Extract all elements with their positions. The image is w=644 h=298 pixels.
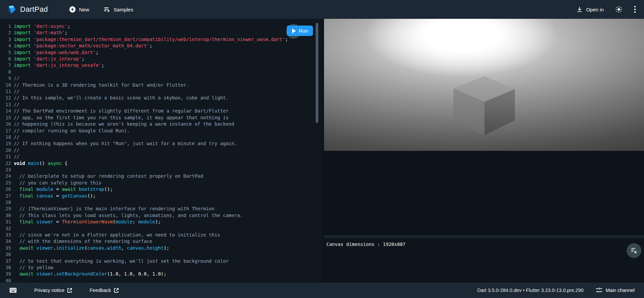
code-line: 27 final canvas = getCanvas();: [0, 193, 323, 199]
line-number: 35: [0, 245, 11, 251]
console-output: Canvas dimensions : 644x298: [324, 238, 644, 247]
privacy-notice-label: Privacy notice: [34, 288, 64, 293]
channel-label: Main channel: [606, 288, 635, 293]
clear-console-button[interactable]: [627, 243, 641, 258]
code-line: 35 await viewer.initialize(canvas.width,…: [0, 245, 323, 251]
new-button[interactable]: New: [69, 6, 89, 13]
feedback-label: Feedback: [90, 288, 111, 293]
code-line: 7import 'dart:js_interop_unsafe';: [0, 62, 323, 69]
code-line: 4import 'package:vector_math/vector_math…: [0, 43, 323, 49]
code-line: 2import 'dart:math';: [0, 30, 323, 36]
clear-console-icon: [631, 248, 637, 254]
code-line: 13//: [0, 101, 323, 108]
app-header: DartPad New Samples Open in: [0, 0, 644, 19]
line-number: 38: [0, 264, 11, 271]
line-number: 23: [0, 167, 11, 173]
code-line: 21//: [0, 154, 323, 160]
app-title: DartPad: [20, 5, 48, 14]
keyboard-icon: [9, 288, 17, 293]
code-line: 32: [0, 225, 323, 232]
code-line: 39 await viewer.setBackgroundColor(1.0, …: [0, 271, 323, 277]
code-line: 18//: [0, 134, 323, 140]
line-number: 28: [0, 199, 11, 206]
line-number: 19: [0, 140, 11, 147]
line-number: 27: [0, 193, 11, 199]
keyboard-shortcuts-button[interactable]: [9, 288, 17, 293]
code-line: 23: [0, 167, 323, 173]
code-line: 38 // to yellow: [0, 264, 323, 271]
code-line: 11//: [0, 88, 323, 95]
line-number: 32: [0, 225, 11, 232]
run-button-label: Run: [299, 28, 308, 34]
theme-toggle-button[interactable]: [615, 6, 623, 13]
line-number: 9: [0, 75, 11, 82]
code-line: 26 final module = await bootstrap();: [0, 186, 323, 193]
code-line: 8: [0, 69, 323, 75]
code-line: 19// If nothing happens when you hit "Ru…: [0, 140, 323, 147]
line-number: 14: [0, 108, 11, 114]
code-line: 34 // with the dimensions of the renderi…: [0, 238, 323, 245]
code-editor-pane[interactable]: 1import 'dart:async';2import 'dart:math'…: [0, 19, 323, 283]
run-button[interactable]: Run: [287, 26, 313, 36]
kebab-menu-icon: [634, 6, 636, 13]
line-number: 29: [0, 206, 11, 212]
line-number: 10: [0, 82, 11, 88]
overflow-menu-button[interactable]: [634, 6, 636, 13]
code-line: 5import 'package:web/web.dart';: [0, 49, 323, 56]
code-line: 24 // boilerplate to setup our rendering…: [0, 173, 323, 179]
channel-selector-button[interactable]: Main channel: [596, 287, 635, 293]
line-number: 40: [0, 278, 11, 283]
line-number: 12: [0, 95, 11, 101]
code-line: 12// In this sample, we'll create a basi…: [0, 95, 323, 101]
output-console-divider: [324, 235, 644, 238]
code-line: 3import 'package:thermion_dart/thermion_…: [0, 36, 323, 43]
code-line: 33 // since we're not in a Flutter appli…: [0, 232, 323, 238]
code-line: 20//: [0, 147, 323, 154]
code-line: 6import 'dart:js_interop';: [0, 56, 323, 62]
line-number: 11: [0, 88, 11, 95]
sdk-version-text: Dart 3.5.0-284.0.dev • Flutter 3.23.0-13…: [477, 288, 584, 293]
new-button-label: New: [79, 7, 89, 12]
code-line: 29 // [ThermionViewer] is the main inter…: [0, 206, 323, 212]
playlist-add-icon: [103, 6, 111, 13]
line-number: 26: [0, 186, 11, 193]
feedback-link[interactable]: Feedback: [90, 288, 119, 293]
line-number: 18: [0, 134, 11, 140]
code-line: 10// Thermion is a 3D rendering toolkit …: [0, 82, 323, 88]
line-number: 5: [0, 49, 11, 56]
line-number: 13: [0, 101, 11, 108]
code-line: 31 final viewer = ThermionViewerWasm(mod…: [0, 219, 323, 225]
open-in-new-icon: [114, 288, 119, 293]
samples-button[interactable]: Samples: [103, 6, 133, 13]
line-number: 36: [0, 251, 11, 258]
code-line: 40: [0, 278, 323, 283]
open-in-button[interactable]: Open in: [576, 6, 604, 13]
code-line: 17// compiler running on Google Cloud Ru…: [0, 128, 323, 134]
line-number: 21: [0, 154, 11, 160]
editor-scrollbar-thumb[interactable]: [316, 23, 318, 123]
code-editor[interactable]: 1import 'dart:async';2import 'dart:math'…: [0, 19, 323, 283]
play-icon: [292, 29, 296, 33]
line-number: 20: [0, 147, 11, 154]
line-number: 24: [0, 173, 11, 179]
line-number: 31: [0, 219, 11, 225]
privacy-notice-link[interactable]: Privacy notice: [34, 288, 72, 293]
rendered-cube: [452, 74, 516, 137]
render-canvas: [324, 19, 644, 151]
line-number: 25: [0, 180, 11, 186]
line-number: 22: [0, 160, 11, 167]
line-number: 37: [0, 258, 11, 264]
line-number: 33: [0, 232, 11, 238]
code-line: 16// happening (this is because we aren'…: [0, 121, 323, 127]
open-in-new-icon: [67, 288, 72, 293]
line-number: 17: [0, 128, 11, 134]
line-number: 39: [0, 271, 11, 277]
code-line: 22void main() async {: [0, 160, 323, 167]
samples-button-label: Samples: [114, 7, 133, 12]
line-number: 15: [0, 115, 11, 121]
code-line: 14// The DartPad environment is slightly…: [0, 108, 323, 114]
line-number: 4: [0, 43, 11, 49]
code-line: 9//: [0, 75, 323, 82]
code-line: 15// app, so the first time you run this…: [0, 115, 323, 121]
code-line: 30 // This class lets you load assets, l…: [0, 212, 323, 219]
